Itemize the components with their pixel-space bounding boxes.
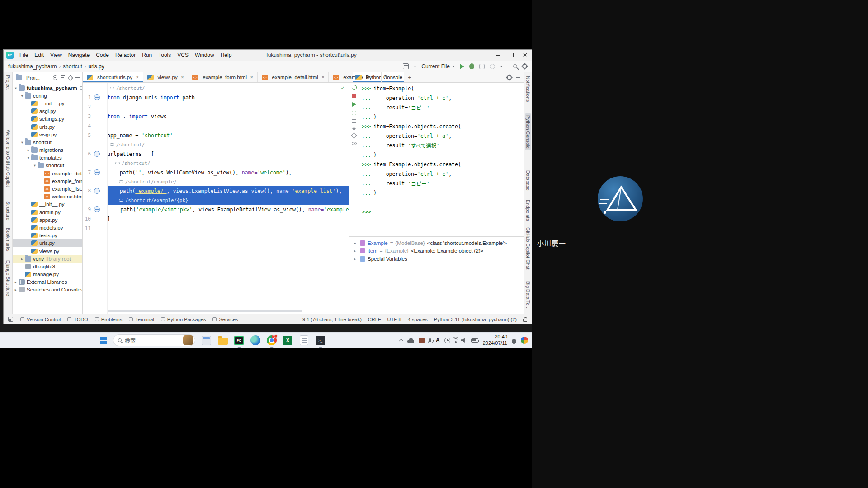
tree-item[interactable]: ▸venvlibrary root — [13, 255, 82, 263]
pycharm-icon[interactable] — [234, 335, 244, 346]
chevron-right-icon[interactable]: ▸ — [354, 241, 358, 245]
close-tab-icon[interactable]: ✕ — [374, 75, 377, 80]
tree-item[interactable]: manage.py — [13, 271, 82, 278]
tree-item[interactable]: asgi.py — [13, 108, 82, 115]
code-line[interactable]: 5app_name = 'shortcut' — [83, 131, 349, 140]
collapse-all-icon[interactable] — [61, 75, 65, 80]
new-console-icon[interactable]: + — [408, 74, 411, 81]
code-line[interactable]: 6urlpatterns = [ — [83, 149, 349, 159]
stop-icon[interactable] — [352, 94, 356, 98]
volume-icon[interactable] — [461, 338, 467, 343]
status-item-todo[interactable]: TODO — [67, 317, 88, 322]
execute-icon[interactable] — [352, 102, 356, 107]
editor-tab[interactable]: views.py✕ — [143, 72, 189, 82]
hide-panel-icon[interactable] — [75, 77, 80, 78]
close-tab-icon[interactable]: ✕ — [181, 75, 184, 80]
notepad-icon[interactable] — [299, 335, 309, 346]
scroll-to-end-icon[interactable] — [352, 127, 356, 129]
menu-item-code[interactable]: Code — [93, 52, 112, 58]
chevron-down-icon[interactable] — [500, 66, 503, 67]
editor-tab[interactable]: example_form.html✕ — [188, 72, 257, 82]
code-line[interactable]: 9 path('example/<int:pk>', views.Example… — [83, 205, 349, 214]
menu-item-refactor[interactable]: Refactor — [112, 52, 139, 58]
read-lock-icon[interactable] — [523, 319, 527, 322]
caret-position[interactable]: 9:1 (76 chars, 1 line break) — [302, 317, 362, 322]
chevron-down-icon[interactable]: ▾ — [26, 155, 31, 160]
menu-item-run[interactable]: Run — [139, 52, 155, 58]
url-endpoint-gutter-icon[interactable] — [94, 94, 100, 100]
python-interpreter[interactable]: Python 3.11 (fukushima_pycharm) (2) — [434, 317, 517, 322]
menu-item-file[interactable]: File — [16, 52, 31, 58]
tree-item[interactable]: example_form — [13, 177, 82, 185]
indent-style[interactable]: 4 spaces — [408, 317, 428, 322]
menu-item-vcs[interactable]: VCS — [174, 52, 192, 58]
url-endpoint-gutter-icon[interactable] — [94, 169, 100, 175]
edge-icon[interactable] — [250, 335, 260, 346]
taskbar-search[interactable]: 検索 — [113, 334, 195, 346]
stripe-item-endpoints[interactable]: Endpoints — [525, 200, 531, 221]
search-icon[interactable] — [513, 64, 517, 68]
chevron-right-icon[interactable]: ▸ — [354, 257, 358, 261]
tree-item[interactable]: ▸Scratches and Consoles — [13, 286, 82, 294]
mic-icon[interactable] — [429, 338, 431, 342]
breadcrumb-item[interactable]: fukushima_pycharm — [8, 63, 57, 70]
tree-item[interactable]: welcome.htm — [13, 193, 82, 201]
url-inlay-hint[interactable]: /shortcut/ — [110, 142, 145, 147]
run-configuration-select[interactable]: Current File — [421, 63, 455, 70]
close-tab-icon[interactable]: ✕ — [321, 75, 325, 80]
stripe-item-big-data-to-[interactable]: Big Data To... — [525, 281, 531, 310]
tree-item[interactable]: wsgi.py — [13, 131, 82, 138]
hide-console-icon[interactable] — [516, 77, 520, 77]
editor-tab[interactable]: example_detail.html✕ — [258, 72, 329, 82]
panel-options-icon[interactable] — [68, 76, 72, 80]
tree-item[interactable]: tests.py — [13, 232, 82, 239]
chevron-down-icon[interactable]: ▾ — [14, 86, 18, 90]
settings-gear-icon[interactable] — [522, 64, 527, 69]
close-icon[interactable] — [518, 50, 532, 61]
url-inlay-hint[interactable]: /shortcut/ — [110, 85, 145, 91]
variable-row[interactable]: ▸Example = {ModelBase} <class 'shortcut.… — [349, 239, 524, 247]
wifi-icon[interactable] — [455, 341, 457, 343]
url-endpoint-gutter-icon[interactable] — [94, 151, 100, 157]
console-settings-icon[interactable] — [507, 75, 512, 80]
stripe-item-django-structure[interactable]: Django Structure — [5, 260, 11, 296]
stripe-item-python-console[interactable]: Python Console — [525, 113, 531, 150]
terminal-icon[interactable] — [315, 335, 326, 346]
editor-tab[interactable]: shortcut\urls.py✕ — [83, 72, 143, 82]
tree-item[interactable]: apps.py — [13, 216, 82, 224]
taskbar-datetime[interactable]: 20:40 2024/07/11 — [483, 334, 507, 347]
url-inlay-hint[interactable]: /shortcut/ — [115, 160, 150, 166]
notification-bell-icon[interactable] — [512, 339, 516, 343]
minimize-icon[interactable] — [491, 50, 505, 61]
chrome-icon[interactable] — [266, 335, 277, 346]
search-highlight-image[interactable] — [183, 335, 193, 345]
explorer-folder-icon[interactable] — [217, 335, 228, 346]
chevron-right-icon[interactable]: ▸ — [354, 249, 358, 253]
code-line[interactable]: 10] — [83, 214, 349, 224]
clock-icon[interactable] — [444, 338, 450, 343]
coverage-icon[interactable] — [479, 64, 485, 69]
tree-item[interactable]: admin.py — [13, 208, 82, 216]
url-endpoint-gutter-icon[interactable] — [94, 206, 100, 212]
menu-item-help[interactable]: Help — [217, 52, 235, 58]
close-tab-icon[interactable]: ✕ — [250, 75, 254, 80]
stripe-item-database[interactable]: Database — [525, 170, 531, 191]
stripe-item-structure[interactable]: Structure — [5, 201, 11, 221]
chevron-down-icon[interactable]: ▾ — [20, 140, 24, 145]
status-item-terminal[interactable]: Terminal — [129, 317, 154, 322]
tree-item[interactable]: views.py — [13, 247, 82, 255]
profiler-icon[interactable] — [490, 64, 495, 69]
menu-item-view[interactable]: View — [47, 52, 65, 58]
console-options-icon[interactable] — [352, 133, 356, 138]
status-item-version-control[interactable]: Version Control — [20, 317, 61, 322]
battery-icon[interactable] — [471, 338, 478, 343]
tree-item[interactable]: ▾fukushima_pycharmD:\pro... — [13, 84, 82, 92]
maximize-icon[interactable] — [505, 50, 518, 61]
locate-file-icon[interactable] — [53, 75, 57, 80]
tree-item[interactable]: urls.py — [13, 123, 82, 131]
start-button-icon[interactable] — [100, 337, 107, 344]
code-line[interactable]: 8 path('example/', views.ExampleListView… — [83, 186, 349, 196]
watch-icon[interactable] — [352, 142, 357, 145]
tree-item[interactable]: settings.py — [13, 115, 82, 123]
close-tab-icon[interactable]: ✕ — [136, 75, 139, 80]
